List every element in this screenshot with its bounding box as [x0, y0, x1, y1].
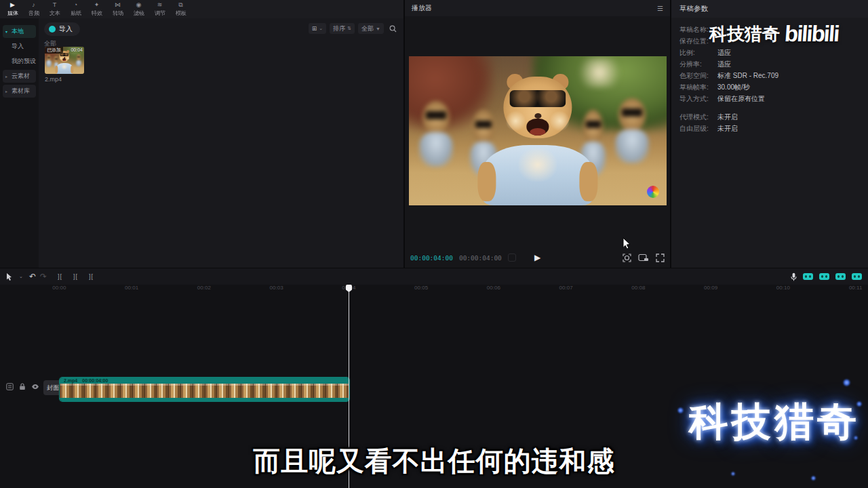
sidebar-item-arrow-icon: ▾ — [5, 29, 10, 34]
split-icon[interactable]: ][ — [58, 273, 62, 280]
sidebar-item-label: 我的预设 — [12, 57, 36, 66]
track-menu-icon[interactable] — [6, 383, 14, 390]
toolbar-tab-label: 贴纸 — [70, 9, 81, 17]
sort-dropdown[interactable]: 排序 ⇅ — [330, 23, 355, 34]
fullscreen-icon[interactable] — [656, 253, 665, 262]
select-tool-icon[interactable] — [6, 272, 13, 281]
sort-label: 排序 — [333, 24, 345, 33]
toolbar-tab-icon: ⧉ — [178, 1, 182, 8]
toolbar-tab[interactable]: ♪ 音频 — [23, 0, 44, 18]
sidebar-item[interactable]: ▸ 素材库 — [3, 85, 36, 98]
added-badge: 已添加 — [45, 47, 63, 54]
timeline-toolbar: ⌄ ↶ ↷ ][ ][ ][ — [0, 268, 868, 285]
toolbar-tab-label: 滤镜 — [133, 9, 144, 17]
video-viewport[interactable] — [409, 56, 667, 205]
sidebar-item[interactable]: ▸ 云素材 — [3, 70, 36, 83]
ruler-time-label: 00:08 — [602, 285, 675, 294]
toolbar-tab[interactable]: ◔ 贴纸 — [65, 0, 86, 18]
search-button[interactable] — [387, 23, 398, 34]
toolbar-tab[interactable]: ≋ 调节 — [149, 0, 170, 18]
timeline-clip[interactable]: 2.mp4 00:00:04:00 — [60, 378, 349, 401]
split-right-icon[interactable]: ][ — [89, 273, 94, 280]
ruler-time-label: 00:07 — [530, 285, 602, 294]
param-row: 色彩空间: 标准 SDR - Rec.709 — [679, 70, 868, 81]
toolbar-tab[interactable]: ✦ 特效 — [86, 0, 107, 18]
sidebar-item[interactable]: 导入 — [3, 40, 36, 53]
param-label: 代理模式: — [679, 113, 717, 122]
clip-duration-label: 00:00:04:00 — [82, 378, 108, 383]
toolbar-tab-icon: ◉ — [136, 1, 142, 8]
play-button[interactable]: ▶ — [534, 253, 540, 262]
player-panel: 播放器 ☰ 00:00:04:00 00:00:04:00 ▶ — [405, 0, 670, 268]
auto-snap-icon[interactable] — [819, 273, 829, 280]
timeline-ruler[interactable]: 00:0000:0100:0200:0300:0400:0500:0600:07… — [0, 285, 868, 294]
mirror-preview-icon[interactable] — [623, 253, 631, 262]
undo-icon[interactable]: ↶ — [29, 272, 36, 281]
redo-icon[interactable]: ↷ — [40, 272, 47, 281]
ai-generator-logo — [647, 186, 659, 198]
toolbar-tab-icon: ◔ — [74, 1, 77, 8]
sidebar-item-label: 素材库 — [12, 87, 30, 96]
current-timecode: 00:00:04:00 — [410, 254, 453, 262]
toolbar-tab-icon: ≋ — [157, 1, 163, 8]
param-row: 比例: 适应 — [679, 47, 868, 58]
toolbar-tab-label: 调节 — [154, 9, 165, 17]
sidebar-item[interactable]: ▾ 本地 — [3, 25, 36, 38]
toolbar-tab[interactable]: ▶ 媒体 — [2, 0, 23, 18]
param-value: 30.00帧/秒 — [717, 83, 750, 92]
sidebar-item[interactable]: 我的预设 — [3, 55, 36, 68]
sort-icon: ⇅ — [347, 26, 351, 31]
param-row: 导入方式: 保留在原有位置 — [679, 93, 868, 104]
timecode-dropdown-icon[interactable] — [508, 253, 516, 262]
filter-dropdown[interactable]: 全部 ▼ — [358, 23, 384, 34]
toolbar-tab-label: 转场 — [112, 9, 123, 17]
toolbar-tab-icon: T — [53, 1, 57, 8]
import-button-label: 导入 — [59, 24, 73, 34]
media-card[interactable]: 已添加 00:04 2.mp4 — [45, 47, 84, 83]
select-tool-caret-icon[interactable]: ⌄ — [19, 274, 23, 279]
import-button[interactable]: 导入 — [44, 22, 80, 36]
toolbar-tab[interactable]: T 文本 — [44, 0, 65, 18]
preview-axis-icon[interactable] — [852, 273, 862, 280]
timeline-tools: ⌄ ↶ ↷ ][ ][ ][ — [6, 272, 94, 281]
player-controls: 00:00:04:00 00:00:04:00 ▶ — [405, 249, 670, 266]
player-right-controls — [623, 253, 665, 262]
media-thumbnail: 已添加 00:04 — [45, 47, 84, 74]
param-value: 适应 — [717, 48, 731, 58]
param-row: 自由层级: 未开启 — [679, 123, 868, 134]
media-controls: ⊞ ⌄ 排序 ⇅ 全部 ▼ — [309, 23, 398, 34]
clip-filename: 2.mp4 — [45, 76, 84, 83]
toolbar-tab-icon: ✦ — [94, 1, 100, 8]
clip-bottom-bar — [60, 398, 349, 401]
lock-track-icon[interactable] — [19, 383, 26, 390]
view-mode-dropdown[interactable]: ⊞ ⌄ — [309, 23, 326, 34]
player-menu-icon[interactable]: ☰ — [657, 5, 663, 12]
clip-title-bar: 2.mp4 00:00:04:00 — [60, 378, 349, 384]
sidebar-item-label: 本地 — [12, 27, 24, 36]
clip-filmstrip — [60, 384, 349, 398]
toolbar-tab[interactable]: ⋈ 转场 — [107, 0, 128, 18]
hide-track-icon[interactable] — [31, 384, 39, 390]
toolbar-tab-label: 媒体 — [7, 9, 18, 17]
linkage-icon[interactable] — [835, 273, 846, 280]
channel-watermark-top: 科技猎奇 bilibili — [709, 21, 838, 47]
toolbar-tab-icon: ♪ — [32, 1, 35, 8]
toolbar-tab-label: 特效 — [91, 9, 102, 17]
record-voiceover-icon[interactable] — [791, 272, 797, 281]
sidebar-item-arrow-icon: ▸ — [5, 89, 10, 94]
clip-duration-label: 00:04 — [71, 47, 83, 52]
draft-params-title: 草稿参数 — [671, 0, 868, 18]
mouse-cursor — [623, 237, 631, 249]
sidebar-item-label: 导入 — [12, 42, 24, 51]
toolbar-tab[interactable]: ⧉ 模板 — [170, 0, 191, 18]
video-frame — [409, 56, 667, 205]
quality-icon[interactable] — [638, 253, 649, 262]
main-track-magnet-icon[interactable] — [803, 273, 813, 280]
sparkle-decoration — [677, 407, 684, 413]
param-label: 草稿帧率: — [679, 83, 717, 92]
param-row: 草稿帧率: 30.00帧/秒 — [679, 81, 868, 93]
ruler-time-label: 00:10 — [747, 285, 820, 294]
split-left-icon[interactable]: ][ — [73, 273, 78, 280]
channel-watermark-corner: 科技猎奇 — [689, 396, 860, 449]
toolbar-tab[interactable]: ◉ 滤镜 — [128, 0, 149, 18]
